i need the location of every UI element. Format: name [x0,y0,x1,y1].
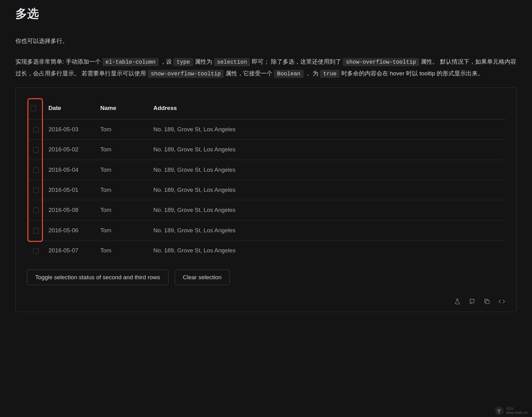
cell-date: 2016-05-06 [45,220,97,240]
cell-date: 2016-05-03 [45,120,97,140]
code-selection: selection [214,58,250,66]
header-checkbox-cell [27,98,45,120]
table-header-row: Date Name Address [27,98,505,120]
desc-text: ，设 [160,58,173,65]
demo-container: Date Name Address 2016-05-03 Tom No. 189… [15,87,517,312]
cell-address: No. 189, Grove St, Los Angeles [150,220,505,240]
cell-address: No. 189, Grove St, Los Angeles [150,200,505,220]
table-row: 2016-05-07 Tom No. 189, Grove St, Los An… [27,240,505,260]
select-all-checkbox[interactable] [31,106,36,111]
cell-date: 2016-05-02 [45,140,97,160]
cell-name: Tom [97,220,150,240]
table-wrapper: Date Name Address 2016-05-03 Tom No. 189… [27,98,505,260]
table-row: 2016-05-06 Tom No. 189, Grove St, Los An… [27,220,505,240]
clear-selection-button[interactable]: Clear selection [175,270,230,285]
description-text: 实现多选非常简单: 手动添加一个 el-table-column ，设 type… [15,56,517,79]
code-show-overflow-tooltip: show-overflow-tooltip [343,58,419,66]
svg-rect-0 [486,301,489,304]
table-row: 2016-05-04 Tom No. 189, Grove St, Los An… [27,160,505,180]
row-checkbox[interactable] [33,208,39,213]
cell-name: Tom [97,160,150,180]
toggle-selection-button[interactable]: Toggle selection status of second and th… [27,270,168,285]
intro-text: 你也可以选择多行。 [15,36,517,46]
cell-address: No. 189, Grove St, Los Angeles [150,140,505,160]
row-checkbox[interactable] [33,167,39,173]
github-icon[interactable] [469,298,476,305]
section-heading: 多选 [15,0,517,24]
cell-date: 2016-05-04 [45,160,97,180]
desc-text: ， 为 [305,70,320,77]
table-row: 2016-05-02 Tom No. 189, Grove St, Los An… [27,140,505,160]
desc-text: 属性为 [195,58,214,65]
cell-address: No. 189, Grove St, Los Angeles [150,180,505,200]
cell-name: Tom [97,120,150,140]
code-show-overflow-tooltip: show-overflow-tooltip [148,70,224,78]
button-row: Toggle selection status of second and th… [27,270,505,285]
cell-address: No. 189, Grove St, Los Angeles [150,240,505,260]
cell-date: 2016-05-01 [45,180,97,200]
table-row: 2016-05-03 Tom No. 189, Grove St, Los An… [27,120,505,140]
cell-address: No. 189, Grove St, Los Angeles [150,160,505,180]
code-icon[interactable] [498,298,505,305]
row-checkbox[interactable] [33,147,39,153]
cell-name: Tom [97,240,150,260]
row-checkbox[interactable] [33,248,39,254]
data-table: Date Name Address 2016-05-03 Tom No. 189… [27,98,505,260]
cell-date: 2016-05-08 [45,200,97,220]
code-true: true [320,70,339,78]
row-checkbox[interactable] [33,187,39,193]
desc-text: 属性，它接受一个 [226,70,274,77]
cell-date: 2016-05-07 [45,240,97,260]
table-row: 2016-05-01 Tom No. 189, Grove St, Los An… [27,180,505,200]
code-boolean: Boolean [274,70,304,78]
code-el-table-column: el-table-column [102,58,159,66]
row-checkbox[interactable] [33,228,39,234]
header-date: Date [45,98,97,120]
demo-actions-bar [27,298,505,305]
desc-text: 时多余的内容会在 hover 时以 tooltip 的形式显示出来。 [341,70,484,77]
cell-name: Tom [97,180,150,200]
row-checkbox[interactable] [33,127,39,133]
cell-name: Tom [97,200,150,220]
cell-name: Tom [97,140,150,160]
desc-text: 即可； 除了多选，这里还使用到了 [252,58,343,65]
cell-address: No. 189, Grove St, Los Angeles [150,120,505,140]
header-address: Address [150,98,505,120]
desc-text: 实现多选非常简单: 手动添加一个 [15,58,102,65]
code-type: type [173,58,193,66]
flask-icon[interactable] [454,298,461,305]
table-row: 2016-05-08 Tom No. 189, Grove St, Los An… [27,200,505,220]
header-name: Name [97,98,150,120]
copy-icon[interactable] [484,298,490,305]
